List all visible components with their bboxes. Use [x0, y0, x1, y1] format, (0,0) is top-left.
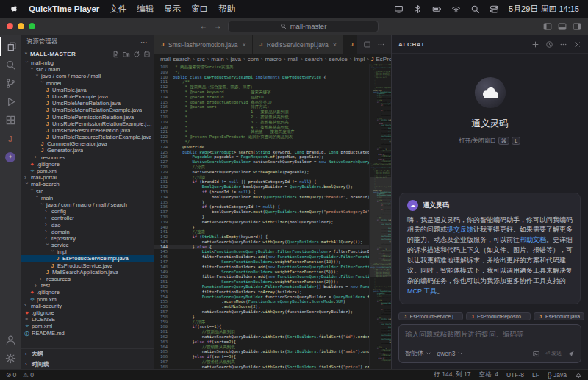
code-line[interactable]: 125 public Page<EsProduct> search(String… — [154, 150, 369, 155]
tree-item[interactable]: <>pom.xml — [21, 323, 154, 329]
code-line[interactable]: 112 * 搜索商品（综合搜索、筛选、排序） — [154, 85, 369, 90]
code-line[interactable]: 142 if (StrUtil.isEmpty(keyword)) { — [154, 234, 369, 240]
code-line[interactable]: 143 nativeSearchQueryBuilder.withQuery(Q… — [154, 240, 369, 245]
more-options-icon[interactable] — [559, 40, 567, 49]
activity-source-control[interactable] — [0, 74, 21, 93]
status-item[interactable]: LF — [532, 371, 539, 379]
status-problems[interactable]: ⚠ 0 — [23, 371, 34, 379]
refresh-icon[interactable] — [133, 51, 140, 58]
navigate-back-icon[interactable]: ← — [200, 22, 207, 30]
close-panel-icon[interactable] — [573, 40, 581, 49]
status-item[interactable]: 行 144, 列 17 — [434, 370, 470, 379]
breadcrumb-item[interactable]: impl — [354, 56, 365, 62]
menubar-menu[interactable]: 文件 — [110, 4, 126, 15]
code-line[interactable]: 130 //过滤 — [154, 175, 369, 180]
code-line[interactable]: 161 //按新品从新到旧 — [154, 329, 369, 334]
status-item[interactable]: 空格: 4 — [479, 370, 498, 379]
code-line[interactable]: 144 } else { — [154, 245, 369, 250]
code-line[interactable]: 116 * @param sort 排序方式: — [154, 104, 369, 110]
breadcrumb-item[interactable]: main — [211, 56, 223, 62]
tree-item[interactable]: JUmsRolePermissionRelation.java — [21, 114, 154, 121]
code-line[interactable]: 145 List<FunctionScoreQueryBuilder.Filte… — [154, 249, 369, 254]
code-line[interactable]: 111 /** — [154, 79, 369, 85]
tree-item[interactable]: ›mall-security — [21, 303, 154, 309]
history-icon[interactable] — [545, 40, 553, 49]
menubar-menu[interactable]: 显示 — [164, 4, 181, 15]
breadcrumb-item[interactable]: EsProductServiceImpl.java — [376, 56, 391, 62]
minimap-viewport[interactable] — [370, 177, 391, 278]
tree-item[interactable]: JUmsRoleResourceRelationExample.java — [21, 134, 154, 140]
code-lines[interactable]: 108 * 商品搜索管理Service实现类109 */110public cl… — [154, 64, 369, 369]
code-line[interactable]: 152 FunctionScoreQueryBuilder.FilterFunc… — [154, 284, 369, 290]
tree-item[interactable]: JCommentGenerator.java — [21, 140, 154, 147]
code-line[interactable]: 139 nativeSearchQueryBuilder.withFilter(… — [154, 220, 369, 225]
tree-item[interactable]: ◆.gitignore — [21, 161, 154, 168]
activity-explorer[interactable] — [0, 37, 21, 56]
activity-settings[interactable] — [0, 349, 21, 368]
tree-item[interactable]: JEsProductServiceImpl.java — [21, 255, 154, 262]
activity-extensions[interactable] — [0, 111, 21, 129]
collapse-icon[interactable] — [143, 51, 151, 58]
tree-item[interactable]: ›model — [21, 80, 154, 87]
sidebar-more-actions-icon[interactable]: ⋯ — [140, 38, 148, 46]
notifications-bell-icon[interactable] — [575, 371, 582, 379]
tree-item[interactable]: JUmsRoleMenuRelationExample.java — [21, 107, 154, 113]
code-line[interactable]: 109 */ — [154, 70, 369, 75]
tree-item[interactable]: ›resources — [21, 276, 154, 282]
model-selector[interactable]: qwen3 — [437, 350, 463, 357]
tree-item[interactable]: <>pom.xml — [21, 296, 154, 303]
code-line[interactable]: 131 if (brandId != null || productCatego… — [154, 179, 369, 184]
toggle-secondary-sidebar-icon[interactable] — [573, 22, 581, 31]
split-editor-icon[interactable] — [363, 40, 371, 49]
tree-item[interactable]: ›config — [21, 208, 154, 215]
code-line[interactable]: 108 * 商品搜索管理Service实现类 — [154, 65, 369, 70]
code-line[interactable]: 167 //按价格从低到高 — [154, 359, 369, 365]
battery-icon[interactable] — [432, 4, 442, 14]
close-window-button[interactable] — [7, 23, 13, 29]
code-line[interactable]: 124 @Override — [154, 145, 369, 150]
tree-item[interactable]: JMallSearchApplication.java — [21, 269, 154, 276]
breadcrumb-item[interactable]: java — [230, 56, 241, 62]
toggle-panel-icon[interactable] — [558, 22, 567, 31]
code-line[interactable]: 123 */ — [154, 140, 369, 145]
code-line[interactable]: 117 * 1 - 按新品从新到旧 — [154, 110, 369, 115]
navigate-forward-icon[interactable]: → — [214, 22, 221, 30]
minimize-window-button[interactable] — [18, 23, 24, 29]
context-file-chip[interactable]: JEsProduct.java — [534, 312, 584, 320]
tree-item[interactable]: ◆.gitignore — [21, 309, 154, 316]
tree-item[interactable]: JUmsRole.java — [21, 87, 154, 93]
code-line[interactable]: 163 }else if(sort==2){ — [154, 340, 369, 345]
tree-item[interactable]: JUmsRoleExample.java — [21, 93, 154, 100]
editor-tab[interactable]: JEsProductServiceImpl.java× — [343, 35, 357, 54]
code-line[interactable]: 157 nativeSearchQueryBuilder.withQuery(f… — [154, 309, 369, 315]
tree-item[interactable]: JUmsRoleMenuRelation.java — [21, 100, 154, 107]
context-file-chip[interactable]: JEsProductRepository.java — [466, 312, 531, 320]
code-line[interactable]: 122 * @return Page<EsProduct> 返回分页查询的商品列… — [154, 135, 369, 140]
timeline-section[interactable]: › 时间线 — [21, 359, 154, 369]
tree-item[interactable]: ›java / com / macro / mall / search — [21, 201, 154, 208]
tree-item[interactable]: JUmsRolePermissionRelationExample.java — [21, 121, 154, 127]
status-item[interactable]: {} Java — [548, 371, 567, 379]
tree-item[interactable]: ›controller — [21, 215, 154, 221]
code-line[interactable]: 160 if(sort==1){ — [154, 324, 369, 329]
code-line[interactable]: 154 FunctionScoreQueryBuilder functionSc… — [154, 295, 369, 300]
code-line[interactable]: 132 BoolQueryBuilder boolQueryBuilder = … — [154, 184, 369, 190]
tree-item[interactable]: <>pom.xml — [21, 168, 154, 174]
tree-item[interactable]: ◆.gitignore — [21, 289, 154, 295]
editor-tab[interactable]: JRedisServiceImpl.java× — [253, 35, 343, 54]
tree-item[interactable]: ›src — [21, 188, 154, 195]
code-line[interactable]: 156 .setMinScore(2); — [154, 304, 369, 309]
code-line[interactable]: 135 } — [154, 200, 369, 205]
code-line[interactable]: 158 } — [154, 315, 369, 320]
code-line[interactable]: 149 ScoreFunctionBuilders.weightFactorFu… — [154, 270, 369, 275]
breadcrumb-item[interactable]: mall — [287, 56, 298, 62]
code-line[interactable]: 115 * @param productCategoryId 商品分类ID — [154, 100, 369, 105]
code-line[interactable]: 146 filterFunctionBuilders.add(new Funct… — [154, 254, 369, 259]
code-line[interactable]: 110public class EsProductServiceImpl imp… — [154, 75, 369, 80]
tree-item[interactable]: ›src / main — [21, 66, 154, 73]
breadcrumb-item[interactable]: macro — [265, 56, 282, 62]
workspace-root-row[interactable]: › MALL-MASTER — [21, 49, 154, 60]
breadcrumb-item[interactable]: mall-search — [160, 56, 190, 62]
tree-item[interactable]: ›impl — [21, 248, 154, 255]
code-line[interactable]: 137 boolQueryBuilder.must(QueryBuilders.… — [154, 209, 369, 215]
